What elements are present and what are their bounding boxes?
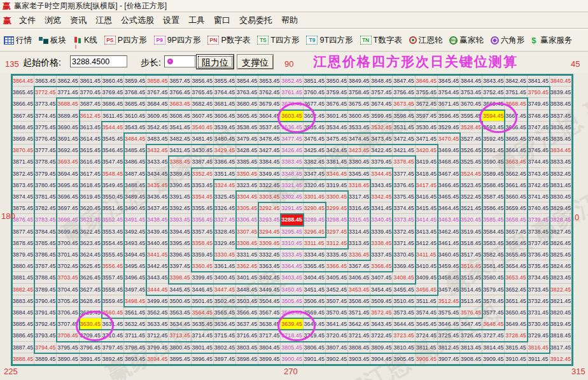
- price-cell: 3400.45: [214, 272, 236, 283]
- price-cell: 3798.45: [124, 342, 146, 353]
- price-cell: 3745.45: [528, 144, 550, 156]
- price-cell: 3689.45: [57, 110, 79, 122]
- menu-item-文件[interactable]: 文件: [15, 13, 40, 27]
- price-cell: 3824.45: [550, 260, 572, 272]
- price-cell: 3684.45: [146, 98, 169, 109]
- menu-item-窗口[interactable]: 窗口: [209, 13, 235, 27]
- price-cell: 3291.45: [281, 202, 303, 214]
- price-cell: 3847.45: [393, 75, 415, 87]
- price-cell: 3840.45: [550, 75, 572, 87]
- price-cell: 3554.45: [102, 237, 124, 249]
- price-cell: 3797.45: [102, 342, 124, 353]
- price-cell: 3704.45: [57, 284, 79, 295]
- price-cell: 3329.45: [214, 237, 236, 249]
- price-cell: 3512.45: [438, 295, 460, 307]
- price-cell: 3849.45: [348, 75, 370, 87]
- toolbar-button-T四方形[interactable]: TST四方形: [257, 35, 299, 46]
- price-cell: 3647.45: [460, 318, 482, 330]
- toolbar-button-江恩轮[interactable]: 江恩轮: [409, 35, 443, 46]
- step-dot-icon: [167, 59, 173, 64]
- price-cell: 3497.45: [124, 284, 146, 295]
- menu-item-江恩[interactable]: 江恩: [91, 13, 116, 27]
- price-cell: 3665.45: [505, 133, 527, 144]
- price-cell: 3779.45: [34, 168, 57, 179]
- price-cell: 3299.45: [326, 202, 348, 214]
- menu-item-交易委托[interactable]: 交易委托: [235, 13, 277, 27]
- toolbar-button-9T四方形[interactable]: T99T四方形: [306, 35, 353, 46]
- toolbar-button-9P四方形[interactable]: P99P四方形: [154, 35, 201, 46]
- price-cell: 3808.45: [348, 342, 370, 353]
- price-cell: 3631.45: [102, 318, 124, 330]
- price-cell: 3379.45: [370, 156, 393, 167]
- price-cell: 3523.45: [460, 179, 482, 191]
- hexagon-icon: [491, 36, 499, 45]
- price-cell: 3589.45: [482, 168, 505, 179]
- price-cell: 3774.45: [34, 110, 57, 122]
- price-cell: 3585.45: [482, 214, 505, 225]
- price-cell: 3479.45: [236, 133, 258, 144]
- price-cell: 3487.45: [124, 168, 146, 179]
- price-cell: 3443.45: [146, 272, 169, 283]
- price-cell: 3738.45: [528, 226, 550, 237]
- price-cell: 3810.45: [393, 342, 415, 353]
- price-cell: 3453.45: [348, 284, 370, 295]
- menu-item-资讯[interactable]: 资讯: [66, 13, 91, 27]
- price-cell: 3733.45: [528, 284, 550, 295]
- price-cell: 3881.45: [12, 272, 34, 283]
- start-price-input[interactable]: [70, 55, 127, 67]
- price-cell: 3736.45: [528, 249, 550, 260]
- price-cell: 3852.45: [281, 75, 303, 87]
- toolbar-button-K线[interactable]: K线: [73, 35, 97, 46]
- angle-label-225: 225: [4, 367, 18, 376]
- price-cell: 3588.45: [482, 179, 505, 191]
- toolbar-button-行情[interactable]: 行情: [4, 35, 32, 46]
- toolbar-button-赢家服务[interactable]: $赢家服务: [531, 35, 572, 46]
- price-cell: 3726.45: [460, 330, 482, 341]
- price-cell: 3829.45: [550, 202, 572, 214]
- price-cell: 3513.45: [460, 295, 482, 307]
- price-cell: 3789.45: [34, 284, 57, 295]
- menu-item-设置[interactable]: 设置: [158, 13, 184, 27]
- price-cell: 3300.45: [326, 191, 348, 202]
- price-cell: 3634.45: [169, 318, 191, 330]
- price-cell: 3517.45: [460, 249, 482, 260]
- toolbar-button-六角形[interactable]: 六角形: [491, 35, 525, 46]
- menu-item-帮助[interactable]: 帮助: [277, 13, 302, 27]
- price-cell: 3832.45: [550, 168, 572, 179]
- price-cell: 3584.45: [482, 226, 505, 237]
- price-cell: 3348.45: [281, 168, 303, 179]
- toolbar-button-P四方形[interactable]: PSP四方形: [104, 35, 147, 46]
- price-cell: 3595.45: [460, 110, 482, 122]
- price-cell: 3359.45: [192, 249, 214, 260]
- price-cell: 3311.45: [304, 237, 326, 249]
- menu-item-公式选股[interactable]: 公式选股: [116, 13, 158, 27]
- price-cell: 3864.45: [12, 75, 34, 87]
- price-cell: 3318.45: [348, 179, 370, 191]
- resistance-button[interactable]: 阻力位: [196, 54, 234, 69]
- support-button[interactable]: 支撑位: [237, 54, 274, 69]
- price-cell: 3461.45: [438, 237, 460, 249]
- price-cell: 3463.45: [438, 214, 460, 225]
- price-cell: 3367.45: [348, 260, 370, 272]
- toolbar-button-P数字表[interactable]: PNP数字表: [207, 35, 250, 46]
- price-cell: 3537.45: [258, 122, 281, 133]
- price-cell: 3758.45: [348, 87, 370, 98]
- price-cell: 3501.45: [192, 295, 214, 307]
- price-cell: 3685.45: [124, 98, 146, 109]
- price-cell: 3753.45: [460, 87, 482, 98]
- toolbar-button-赢家轮[interactable]: Big赢家轮: [449, 35, 484, 46]
- price-cell: 3879.45: [12, 249, 34, 260]
- price-cell: 3773.45: [34, 98, 57, 109]
- price-cell: 3567.45: [258, 307, 281, 318]
- price-cell: 3702.45: [57, 260, 79, 272]
- price-cell: 3877.45: [12, 226, 34, 237]
- menu-item-工具[interactable]: 工具: [184, 13, 209, 27]
- menu-item-浏览[interactable]: 浏览: [40, 13, 66, 27]
- price-cell: 3312.45: [326, 237, 348, 249]
- toolbar-button-T数字表[interactable]: TNT数字表: [360, 35, 402, 46]
- price-cell: 3547.45: [102, 156, 124, 167]
- toolbar-button-板块[interactable]: 板块: [39, 35, 66, 46]
- price-cell: 3394.45: [169, 226, 191, 237]
- price-cell: 3869.45: [12, 133, 34, 144]
- price-cell: 3711.45: [124, 330, 146, 341]
